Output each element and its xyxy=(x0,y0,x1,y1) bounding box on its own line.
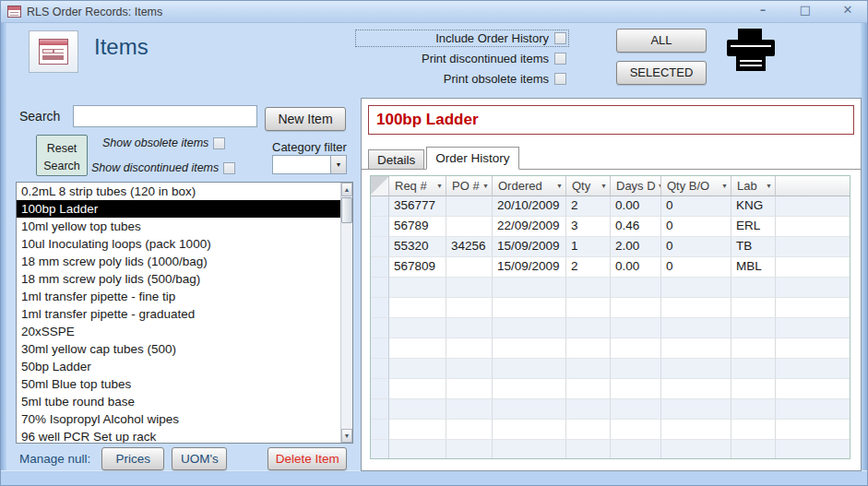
cell-ordered[interactable]: 15/09/2009 xyxy=(493,257,566,278)
column-header-ordered[interactable]: Ordered▼ xyxy=(493,176,566,196)
record-selector[interactable] xyxy=(371,338,389,359)
print-all-button[interactable]: ALL xyxy=(616,29,707,53)
cell-lab[interactable]: KNG xyxy=(731,196,776,217)
cell-qty-bo[interactable]: 0 xyxy=(661,257,731,278)
cell-days[interactable]: 0.46 xyxy=(611,217,661,237)
list-item[interactable]: 30ml yellow cap tubes (500) xyxy=(17,340,340,358)
new-item-button[interactable]: New Item xyxy=(265,107,346,131)
cell-lab[interactable]: TB xyxy=(731,237,776,257)
list-item[interactable]: 0.2mL 8 strip tubes (120 in box) xyxy=(17,183,340,200)
cell-po[interactable] xyxy=(446,217,493,237)
column-header-qty[interactable]: Qty▼ xyxy=(566,176,611,196)
record-selector[interactable] xyxy=(371,278,389,298)
cell-req[interactable]: 55320 xyxy=(389,237,446,257)
cell-req[interactable]: 567809 xyxy=(389,257,446,278)
sort-arrow-icon[interactable]: ▼ xyxy=(766,183,772,189)
list-scrollbar[interactable]: ▲ ▼ xyxy=(340,183,352,443)
cell-req[interactable]: 56789 xyxy=(389,217,446,237)
print-selected-button[interactable]: SELECTED xyxy=(616,61,707,85)
cell-days[interactable]: 0.00 xyxy=(611,257,661,278)
list-item[interactable]: 18 mm screw poly lids (500/bag) xyxy=(17,270,340,288)
record-selector[interactable] xyxy=(371,379,389,399)
cell-lab[interactable]: ERL xyxy=(731,217,776,237)
print-obsolete-row[interactable]: Print obsolete items xyxy=(356,71,568,87)
category-filter-combo[interactable]: ▼ xyxy=(272,155,347,174)
show-discontinued-row[interactable]: Show discontinued items xyxy=(91,161,235,174)
record-selector[interactable] xyxy=(371,257,389,278)
select-all-corner[interactable] xyxy=(371,176,389,196)
cell-ordered[interactable]: 15/09/2009 xyxy=(493,237,566,257)
record-selector[interactable] xyxy=(371,440,389,459)
show-discontinued-checkbox[interactable] xyxy=(223,162,235,174)
list-item[interactable]: 10ml yellow top tubes xyxy=(17,218,340,235)
list-item[interactable]: 10ul Inoculating loops (pack 1000) xyxy=(17,235,340,253)
list-item[interactable]: 5ml tube round base xyxy=(17,393,340,410)
prices-button[interactable]: Prices xyxy=(101,447,164,470)
cell-req[interactable]: 356777 xyxy=(389,196,446,217)
list-item[interactable]: 96 well PCR Set up rack xyxy=(17,428,340,444)
list-item[interactable]: 50bp Ladder xyxy=(17,358,340,375)
show-obsolete-row[interactable]: Show obsolete items xyxy=(102,136,225,149)
reset-search-button[interactable]: Reset Search xyxy=(36,135,88,176)
column-header-lab[interactable]: Lab▼ xyxy=(731,176,776,196)
cell-ordered[interactable]: 22/09/2009 xyxy=(493,217,566,237)
scroll-down-icon[interactable]: ▼ xyxy=(341,429,352,443)
include-order-history-row[interactable]: Include Order History xyxy=(356,30,568,46)
tab-order-history[interactable]: Order History xyxy=(426,147,518,170)
search-input[interactable] xyxy=(73,105,257,127)
cell-po[interactable] xyxy=(446,196,493,217)
sort-arrow-icon[interactable]: ▼ xyxy=(600,183,607,189)
cell-po[interactable]: 34256 xyxy=(446,237,493,257)
record-selector[interactable] xyxy=(371,318,389,338)
sort-arrow-icon[interactable]: ▼ xyxy=(482,183,489,189)
list-item[interactable]: 18 mm screw poly lids (1000/bag) xyxy=(17,253,340,270)
cell-qty[interactable]: 2 xyxy=(566,257,611,278)
record-selector[interactable] xyxy=(371,359,389,379)
list-item[interactable]: 70% Isopropyl Alcohol wipes xyxy=(17,410,340,428)
column-header-qty-bo[interactable]: Qty B/O▼ xyxy=(661,176,731,196)
cell-days[interactable]: 0.00 xyxy=(611,196,661,217)
sort-arrow-icon[interactable]: ▼ xyxy=(556,183,563,189)
list-item[interactable]: 1ml transfer pipette - graduated xyxy=(17,305,340,323)
print-discontinued-row[interactable]: Print discontinued items xyxy=(356,51,568,66)
combo-dropdown-button[interactable]: ▼ xyxy=(330,156,346,173)
tab-details[interactable]: Details xyxy=(368,149,424,170)
column-header-po[interactable]: PO #▼ xyxy=(446,176,493,196)
minimize-icon[interactable]: – xyxy=(755,3,771,17)
show-obsolete-checkbox[interactable] xyxy=(213,137,225,149)
list-item[interactable]: 20xSSPE xyxy=(17,323,340,340)
close-icon[interactable]: ✕ xyxy=(839,3,856,17)
record-selector[interactable] xyxy=(371,196,389,217)
record-selector[interactable] xyxy=(371,237,389,257)
cell-lab[interactable]: MBL xyxy=(731,257,776,278)
column-header-days[interactable]: Days D▼ xyxy=(611,176,661,196)
cell-qty-bo[interactable]: 0 xyxy=(661,237,731,257)
include-order-history-checkbox[interactable] xyxy=(554,32,566,44)
cell-qty[interactable]: 3 xyxy=(566,217,611,237)
uoms-button[interactable]: UOM's xyxy=(172,447,227,470)
delete-item-button[interactable]: Delete Item xyxy=(268,447,347,470)
print-obsolete-checkbox[interactable] xyxy=(554,73,566,85)
sort-arrow-icon[interactable]: ▼ xyxy=(721,183,728,189)
list-item[interactable]: 100bp Ladder xyxy=(17,200,340,218)
cell-qty-bo[interactable]: 0 xyxy=(661,196,731,217)
sort-arrow-icon[interactable]: ▼ xyxy=(436,183,443,189)
print-discontinued-checkbox[interactable] xyxy=(554,53,566,65)
cell-qty[interactable]: 2 xyxy=(566,196,611,217)
cell-po[interactable] xyxy=(446,257,493,278)
scrollbar-thumb[interactable] xyxy=(341,197,352,223)
record-selector[interactable] xyxy=(371,420,389,440)
cell-ordered[interactable]: 20/10/2009 xyxy=(493,196,566,217)
cell-qty[interactable]: 1 xyxy=(566,237,611,257)
cell-qty-bo[interactable]: 0 xyxy=(661,217,731,237)
column-header-req[interactable]: Req #▼ xyxy=(389,176,446,196)
scroll-up-icon[interactable]: ▲ xyxy=(341,183,352,196)
maximize-icon[interactable]: □ xyxy=(797,3,814,17)
printer-icon[interactable] xyxy=(725,29,779,77)
list-item[interactable]: 1ml transfer pipette - fine tip xyxy=(17,288,340,305)
cell-days[interactable]: 2.00 xyxy=(611,237,661,257)
record-selector[interactable] xyxy=(371,298,389,318)
record-selector[interactable] xyxy=(371,217,389,237)
record-selector[interactable] xyxy=(371,399,389,420)
list-item[interactable]: 50ml Blue top tubes xyxy=(17,375,340,393)
